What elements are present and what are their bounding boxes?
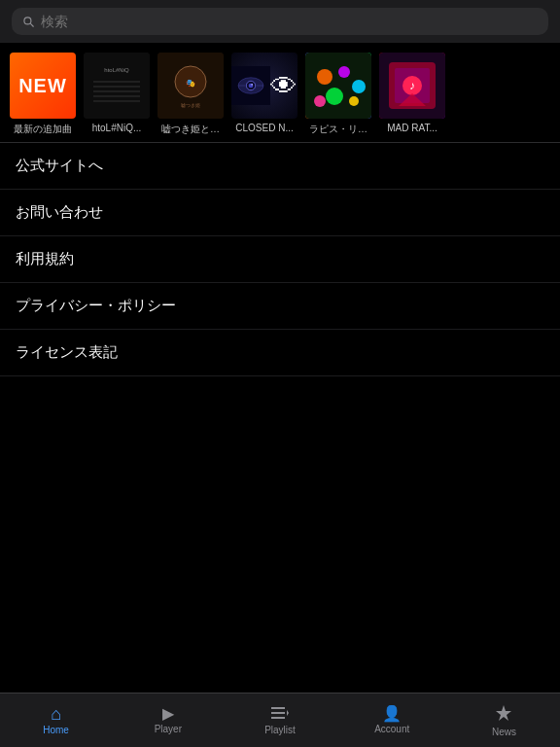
- album-item-uso[interactable]: 🎭 嘘つき姫 嘘つき姫と…: [158, 53, 224, 136]
- album-item-mad[interactable]: ♪ MAD RAT...: [379, 53, 445, 136]
- home-icon: ⌂: [51, 705, 61, 723]
- album-label-closed: CLOSED N...: [231, 123, 298, 133]
- album-thumb-closed: [231, 53, 298, 119]
- search-input-wrapper[interactable]: [12, 8, 548, 35]
- svg-point-21: [352, 80, 366, 93]
- svg-text:♪: ♪: [409, 79, 415, 92]
- album-label-htol: htoL#NiQ...: [84, 123, 150, 133]
- album-thumb-lapis: [305, 53, 371, 119]
- svg-point-24: [314, 95, 326, 107]
- nav-item-account[interactable]: 👤 Account: [336, 700, 448, 740]
- account-icon: 👤: [382, 706, 402, 722]
- menu-item-contact[interactable]: お問い合わせ: [0, 190, 560, 236]
- album-thumb-mad: ♪: [379, 53, 445, 119]
- uso-art-svg: 🎭 嘘つき姫: [158, 53, 224, 119]
- bottom-nav: ⌂ Home ▶ Player Playlist 👤 Account News: [0, 693, 560, 747]
- menu-item-label-privacy: プライバシー・ポリシー: [16, 297, 176, 315]
- nav-label-player: Player: [155, 724, 182, 734]
- menu-item-license[interactable]: ライセンス表記: [0, 330, 560, 376]
- lapis-art-svg: [305, 53, 371, 119]
- svg-point-22: [326, 88, 343, 105]
- news-icon: [495, 704, 512, 725]
- album-item-closed[interactable]: CLOSED N...: [231, 53, 298, 136]
- search-bar: [0, 0, 560, 43]
- album-thumb-uso: 🎭 嘘つき姫: [158, 53, 224, 119]
- album-label-uso: 嘘つき姫と…: [158, 123, 224, 136]
- svg-point-23: [349, 96, 359, 106]
- htol-art-svg: htoL#NiQ: [84, 53, 150, 119]
- svg-text:嘘つき姫: 嘘つき姫: [181, 102, 200, 108]
- nav-label-playlist: Playlist: [264, 725, 296, 735]
- nav-label-account: Account: [374, 724, 409, 734]
- player-icon: ▶: [162, 706, 174, 722]
- svg-text:🎭: 🎭: [186, 78, 195, 88]
- search-icon: [21, 15, 35, 28]
- album-section: NEW 最新の追加曲 htoL#NiQ htoL#NiQ...: [0, 43, 560, 143]
- menu-item-label-terms: 利用規約: [16, 250, 74, 268]
- menu-item-label-contact: お問い合わせ: [16, 203, 103, 222]
- search-input[interactable]: [41, 14, 539, 29]
- album-thumb-htol: htoL#NiQ: [84, 53, 150, 119]
- svg-point-15: [251, 84, 253, 86]
- svg-point-19: [317, 69, 332, 85]
- svg-text:htoL#NiQ: htoL#NiQ: [104, 67, 129, 73]
- nav-item-news[interactable]: News: [448, 698, 560, 743]
- album-label-new: 最新の追加曲: [10, 123, 76, 136]
- nav-label-news: News: [492, 727, 516, 737]
- nav-label-home: Home: [43, 725, 69, 735]
- menu-item-label-license: ライセンス表記: [16, 343, 118, 362]
- playlist-icon: [271, 705, 289, 723]
- album-label-mad: MAD RAT...: [379, 123, 445, 133]
- closed-art-svg: [231, 53, 270, 119]
- mad-art-svg: ♪: [379, 53, 445, 119]
- svg-rect-0: [84, 53, 150, 119]
- album-item-lapis[interactable]: ラピス・リ…: [305, 53, 371, 136]
- menu-list: 公式サイトへ お問い合わせ 利用規約 プライバシー・ポリシー ライセンス表記: [0, 143, 560, 376]
- new-badge: NEW: [18, 75, 67, 97]
- svg-marker-33: [287, 710, 289, 716]
- nav-item-playlist[interactable]: Playlist: [224, 699, 335, 741]
- album-item-htol[interactable]: htoL#NiQ htoL#NiQ...: [84, 53, 150, 136]
- menu-item-official[interactable]: 公式サイトへ: [0, 143, 560, 190]
- album-scroll: NEW 最新の追加曲 htoL#NiQ htoL#NiQ...: [10, 53, 550, 136]
- nav-item-home[interactable]: ⌂ Home: [0, 699, 112, 741]
- svg-marker-34: [496, 705, 511, 721]
- album-thumb-new: NEW: [10, 53, 76, 119]
- nav-item-player[interactable]: ▶ Player: [112, 700, 224, 740]
- album-label-lapis: ラピス・リ…: [305, 123, 371, 136]
- menu-item-privacy[interactable]: プライバシー・ポリシー: [0, 283, 560, 330]
- svg-point-20: [338, 66, 350, 78]
- menu-item-terms[interactable]: 利用規約: [0, 236, 560, 283]
- menu-item-label-official: 公式サイトへ: [16, 157, 103, 175]
- album-item-new[interactable]: NEW 最新の追加曲: [10, 53, 76, 136]
